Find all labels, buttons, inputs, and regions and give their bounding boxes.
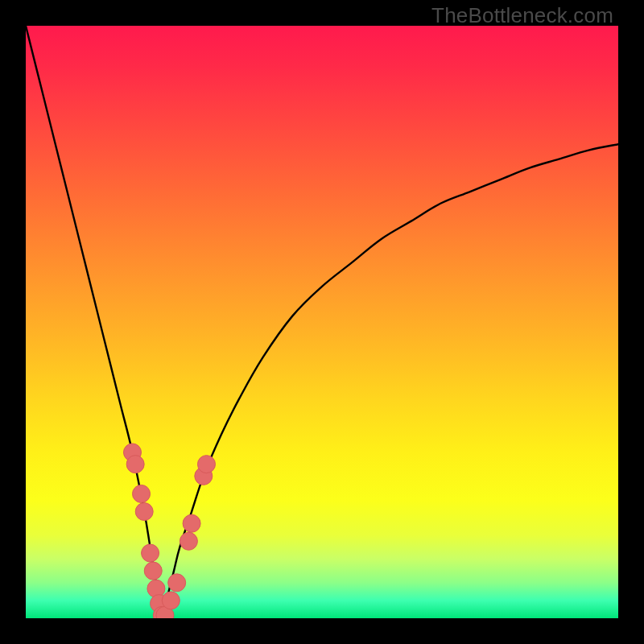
plot-area xyxy=(26,26,618,618)
marker-point xyxy=(180,532,197,550)
curve-layer xyxy=(26,26,618,618)
marker-point xyxy=(168,574,186,592)
marker-point xyxy=(197,456,215,473)
marker-point xyxy=(162,592,180,609)
marker-point xyxy=(135,503,153,521)
marker-point xyxy=(142,544,159,562)
marker-point xyxy=(144,562,162,580)
highlighted-points xyxy=(123,444,215,618)
marker-point xyxy=(133,485,151,502)
marker-point xyxy=(183,514,200,532)
bottleneck-curve xyxy=(26,26,618,618)
marker-point xyxy=(126,456,144,473)
chart-frame: TheBottleneck.com xyxy=(0,0,644,644)
watermark-text: TheBottleneck.com xyxy=(431,3,613,28)
